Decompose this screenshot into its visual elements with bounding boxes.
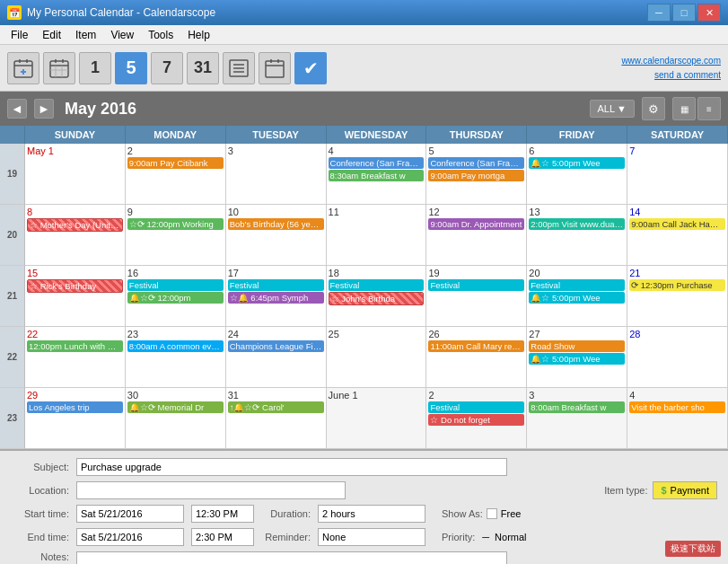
event-item[interactable]: Festival (228, 279, 324, 291)
day-cell-19-2[interactable]: 3 (226, 144, 327, 205)
prev-month-button[interactable]: ◄ (7, 99, 27, 119)
event-item[interactable]: ☆ John's Birthda (329, 292, 425, 305)
day-cell-23-4[interactable]: 2Festival☆ Do not forget (426, 388, 527, 449)
event-item[interactable]: 🔔☆ 5:00pm Wee (529, 292, 625, 304)
day31-button[interactable]: 31 (187, 52, 219, 84)
day-cell-21-0[interactable]: 15☆ Rick's Birthday (25, 266, 126, 327)
day-cell-21-6[interactable]: 21⟳ 12:30pm Purchase (627, 266, 728, 327)
event-item[interactable]: 8:00am Breakfast w (529, 401, 625, 413)
day-cell-22-2[interactable]: 24Champions League Final (226, 327, 327, 388)
send-comment-link[interactable]: send a comment (621, 68, 721, 83)
duration-input[interactable] (318, 505, 425, 523)
next-month-button[interactable]: ► (34, 99, 54, 119)
day-cell-21-1[interactable]: 16Festival🔔☆⟳ 12:00pm (126, 266, 226, 327)
menu-edit[interactable]: Edit (35, 27, 68, 43)
day-cell-23-5[interactable]: 38:00am Breakfast w (527, 388, 627, 449)
event-item[interactable]: ☆🔔 6:45pm Symph (228, 292, 324, 304)
minimize-button[interactable]: ─ (647, 4, 671, 22)
day-cell-22-1[interactable]: 238:00am A common event (126, 327, 226, 388)
day-cell-19-1[interactable]: 29:00am Pay Citibank (126, 144, 226, 205)
event-item[interactable]: 12:00pm Lunch with Carol (27, 340, 123, 352)
event-item[interactable]: Los Angeles trip (27, 401, 123, 413)
day-cell-20-0[interactable]: 8☆ Mother's Day (United States) (25, 205, 126, 266)
event-item[interactable]: Festival (428, 279, 524, 291)
event-item[interactable]: Festival (529, 279, 625, 291)
event-item[interactable]: Conference (San Francisco) (428, 157, 524, 169)
event-item[interactable]: 9:00am Call Jack Hawkins (629, 218, 725, 230)
event-item[interactable]: 9:00am Pay Citibank (127, 157, 224, 169)
day-cell-22-5[interactable]: 27Road Show🔔☆ 5:00pm Wee (527, 327, 627, 388)
start-time-input[interactable] (191, 505, 254, 523)
maximize-button[interactable]: □ (672, 4, 696, 22)
list-view-button[interactable] (223, 52, 255, 84)
day-cell-19-6[interactable]: 7 (627, 144, 728, 205)
subject-input[interactable] (76, 458, 507, 476)
event-item[interactable]: Road Show (529, 340, 625, 352)
day-cell-23-6[interactable]: 4Visit the barber sho (627, 388, 728, 449)
day1-button[interactable]: 1 (79, 52, 111, 84)
start-date-input[interactable] (76, 505, 184, 523)
day-cell-19-5[interactable]: 6🔔☆ 5:00pm Wee (527, 144, 627, 205)
day-cell-21-4[interactable]: 19Festival (426, 266, 527, 327)
grid-view-button[interactable]: ▦ (672, 97, 696, 120)
close-button[interactable]: ✕ (697, 4, 721, 22)
day5-button[interactable]: 5 (115, 52, 147, 84)
event-item[interactable]: Conference (San Francisco) (329, 157, 425, 169)
day-cell-20-1[interactable]: 9☆⟳ 12:00pm Working (126, 205, 226, 266)
event-item[interactable]: 🔔☆⟳ Memorial Dr (127, 401, 224, 413)
event-item[interactable]: Festival (428, 401, 524, 413)
new-calendar-button[interactable] (7, 52, 39, 84)
event-item[interactable]: Visit the barber sho (629, 401, 725, 413)
day-cell-20-6[interactable]: 149:00am Call Jack Hawkins (627, 205, 728, 266)
day-cell-20-3[interactable]: 11 (327, 205, 427, 266)
day-cell-21-5[interactable]: 20Festival🔔☆ 5:00pm Wee (527, 266, 627, 327)
day-cell-22-0[interactable]: 2212:00pm Lunch with Carol (25, 327, 126, 388)
event-item[interactable]: 2:00pm Visit www.dualitysoft.c (529, 218, 625, 230)
day-cell-19-0[interactable]: May 1 (25, 144, 126, 205)
event-item[interactable]: 8:30am Breakfast w (329, 170, 425, 181)
day-cell-22-3[interactable]: 25 (327, 327, 427, 388)
day-cell-23-0[interactable]: 29Los Angeles trip (25, 388, 126, 449)
event-item[interactable]: 🔔☆⟳ 12:00pm (127, 292, 224, 304)
show-as-checkbox[interactable] (487, 508, 497, 519)
event-item[interactable]: ☆ Do not forget (428, 414, 524, 426)
event-item[interactable]: ⟳ 12:30pm Purchase (629, 279, 725, 291)
settings-button[interactable]: ⚙ (642, 97, 665, 120)
item-type-value[interactable]: $ Payment (653, 481, 717, 499)
week-view-button[interactable] (43, 52, 75, 84)
day-cell-20-5[interactable]: 132:00pm Visit www.dualitysoft.c (527, 205, 627, 266)
notes-input[interactable] (76, 551, 507, 564)
event-item[interactable]: 8:00am A common event (127, 340, 224, 352)
day-cell-19-4[interactable]: 5Conference (San Francisco)9:00am Pay mo… (426, 144, 527, 205)
event-item[interactable]: 9:00am Dr. Appointment (428, 218, 524, 230)
day-cell-20-2[interactable]: 10Bob's Birthday (56 years) (226, 205, 327, 266)
day-cell-20-4[interactable]: 129:00am Dr. Appointment (426, 205, 527, 266)
day-cell-23-1[interactable]: 30🔔☆⟳ Memorial Dr (126, 388, 226, 449)
list-view-alt-button[interactable]: ≡ (697, 97, 721, 120)
month-view-button[interactable] (259, 52, 291, 84)
event-item[interactable]: 9:00am Pay mortga (428, 170, 524, 181)
event-item[interactable]: 11:00am Call Mary regarding (428, 340, 524, 352)
event-item[interactable]: Bob's Birthday (56 years) (228, 218, 324, 230)
day-cell-22-6[interactable]: 28 (627, 327, 728, 388)
all-filter-button[interactable]: ALL ▼ (590, 100, 635, 118)
title-bar-controls[interactable]: ─ □ ✕ (647, 4, 721, 22)
event-item[interactable]: Festival (127, 279, 224, 291)
day-cell-21-2[interactable]: 17Festival☆🔔 6:45pm Symph (226, 266, 327, 327)
menu-help[interactable]: Help (180, 27, 217, 43)
location-input[interactable] (76, 481, 346, 499)
event-item[interactable]: ↑🔔☆⟳ Carol' (228, 401, 324, 413)
day-cell-22-4[interactable]: 2611:00am Call Mary regarding (426, 327, 527, 388)
day-cell-21-3[interactable]: 18Festival☆ John's Birthda (327, 266, 427, 327)
day-cell-19-3[interactable]: 4Conference (San Francisco)8:30am Breakf… (327, 144, 427, 205)
day7-button[interactable]: 7 (151, 52, 183, 84)
day-cell-23-2[interactable]: 31↑🔔☆⟳ Carol' (226, 388, 327, 449)
menu-tools[interactable]: Tools (141, 27, 180, 43)
end-time-input[interactable] (191, 528, 254, 546)
menu-view[interactable]: View (103, 27, 141, 43)
reminder-input[interactable] (318, 528, 425, 546)
event-item[interactable]: Champions League Final (228, 340, 324, 352)
todo-button[interactable]: ✔ (294, 52, 327, 84)
menu-file[interactable]: File (4, 27, 35, 43)
event-item[interactable]: ☆⟳ 12:00pm Working (127, 218, 224, 230)
